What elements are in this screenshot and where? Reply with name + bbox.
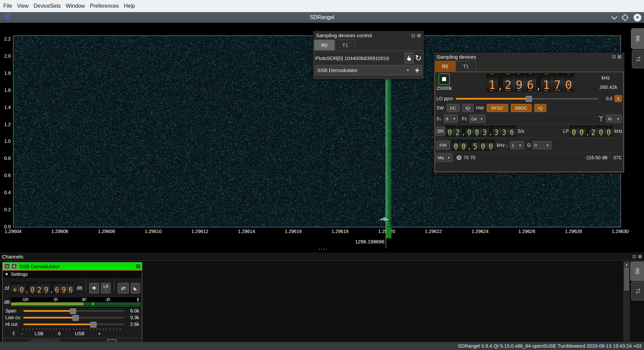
antenna-combo[interactable]: Al▼ [606,115,622,123]
change-device-button[interactable] [405,53,414,63]
close-panel-icon[interactable]: ⊠ [618,54,622,59]
lo-ppm-label: LO ppm [436,96,456,101]
channel-select-combo[interactable]: SSB Demodulator▼ [315,65,412,75]
channel-close-icon[interactable]: ⊠ [136,264,141,269]
hi-cut-slider[interactable] [23,324,124,325]
ssb-demodulator-window: c S SSB Demodulator ⊠ ▼ Settings Δf [2,262,142,342]
x-axis-label: 1.29624 [472,229,489,234]
sampling-devices-control-panel: Sampling devices control ⊡ ⊠ R0 T1 Pluto… [313,31,424,79]
iq-correction-button[interactable]: IQ [462,104,474,112]
x-axis-label: 1.29610 [145,229,162,234]
delta-frequency-dial[interactable]: +0,029,696 [11,282,74,294]
fc-label: Fc [462,116,467,121]
channels-tab-t1[interactable]: T1 [631,282,644,300]
tab-r0[interactable]: R0 [435,61,455,71]
deviceset-tab-r0[interactable]: R0 [631,28,644,49]
audio-binaural-button[interactable]: LR→ [101,283,111,293]
slope-icon: ◣ [133,286,137,291]
chevron-down-icon: ▼ [519,143,522,147]
start-stop-button[interactable] [438,73,450,85]
bbdc-button[interactable]: BBDC [511,104,532,112]
center-frequency-dial[interactable]: 1,296,170 [486,73,575,92]
channels-tab-r0[interactable]: R0 [630,261,644,281]
close-panel-icon[interactable]: ⊠ [638,254,642,259]
marker-dot-icon[interactable] [383,217,386,221]
float-icon[interactable]: ⊡ [412,33,416,38]
lo-ppm-slider[interactable] [456,98,599,100]
span-slider[interactable] [23,310,124,312]
float-icon[interactable]: ⊡ [612,54,616,59]
low-cut-slider[interactable] [23,317,124,318]
menu-preferences[interactable]: Preferences [90,3,119,9]
fir-arrow: ↓ [505,143,508,148]
lo-ppm-clear-button[interactable]: X [614,95,622,102]
tab-t1[interactable]: T1 [455,61,476,71]
db-unit-label: dB [76,285,82,291]
tab-t1[interactable]: T1 [335,40,356,50]
decimation-label: S↓ [436,116,442,121]
menu-window[interactable]: Window [66,3,85,9]
x-axis-label: 1.29606 [51,229,68,234]
device-name: PlutoSDR[0] 104400b839910016 [315,55,405,61]
menu-help[interactable]: Help [124,3,135,9]
scroll-up-icon[interactable]: ▲ [624,262,629,268]
maximize-icon[interactable] [622,14,629,21]
panel-title: Sampling devices control [316,33,372,38]
deviceset-tab-t1[interactable]: T1 [632,50,644,68]
delta-frequency-label: Δf [5,285,9,291]
filter-slope-button[interactable]: ◣ [131,283,140,293]
lo-ppm-value: 0.0 [600,96,612,101]
channels-scrollbar[interactable]: ▲ [624,261,630,341]
window-title: SDRangel [0,14,644,20]
fir-gain-combo[interactable]: 0▼ [533,141,551,149]
reload-device-button[interactable]: ↻ [415,54,422,62]
marker-left-arrow-icon[interactable]: ◂ [380,217,382,221]
hi-cut-slider-handle[interactable] [90,322,97,328]
scrollbar-thumb[interactable] [624,268,629,291]
menu-bar: File View DeviceSets Window Preferences … [0,0,644,12]
channels-dock-body: c S SSB Demodulator ⊠ ▼ Settings Δf [0,260,644,342]
close-panel-icon[interactable]: ⊠ [417,33,421,38]
channel-power: -116.50 dB [585,155,607,160]
channel-title-bar[interactable]: c S SSB Demodulator ⊠ [3,262,142,270]
low-cut-slider-handle[interactable] [72,315,79,321]
hw-iq-button[interactable]: IQ [534,104,546,112]
collapse-triangle-icon[interactable]: ▼ [5,272,9,277]
channel-color-button[interactable]: c [4,263,10,269]
lp-cutoff-dial[interactable]: 00,200 [570,126,613,136]
channel-stream-button[interactable]: S [11,263,17,269]
channel-marker-handle[interactable]: ◂ ▸ [380,216,394,222]
gain-mode-combo[interactable]: Ma▼ [436,153,452,162]
audio-mute-button[interactable] [89,283,99,293]
span-value: 6.0k [127,308,139,313]
screen: File View DeviceSets Window Preferences … [0,0,644,350]
dc-correction-button[interactable]: DC [447,104,460,112]
splitter-handle[interactable] [317,249,328,251]
status-text: SDRangel 5.9.4 Qt 5.15.0 x86_64 openSUSE… [458,343,641,349]
menu-devicesets[interactable]: DeviceSets [34,3,61,9]
fir-button[interactable]: FIR [436,141,450,150]
menu-file[interactable]: File [3,3,12,9]
marker-right-arrow-icon[interactable]: ▸ [387,217,389,221]
hi-cut-label: Hi cut [5,322,23,327]
fc-position-combo[interactable]: Ce▼ [469,115,485,123]
span-slider-handle[interactable] [70,308,76,314]
fir-cutoff-dial[interactable]: 00,500 [452,140,495,151]
sample-rate-mode-button[interactable]: SR [436,127,445,135]
minimize-icon[interactable] [611,13,617,19]
fir-interpolation-combo[interactable]: 1▼ [510,141,524,149]
decimation-combo[interactable]: 8▼ [444,115,458,123]
menu-view[interactable]: View [17,3,29,9]
y-axis-label: 0.8 [4,156,11,161]
tab-r0[interactable]: R0 [314,40,335,50]
close-icon[interactable]: × [634,14,641,21]
agc-button[interactable]: ⇄ [118,283,129,293]
channels-dock: Channels ⊡ ⊠ c S SSB Demodulator ⊠ ▼ [0,252,644,342]
x-axis-label: 1.29614 [238,229,255,234]
add-channel-button[interactable]: + [413,65,422,75]
sample-rate-dial[interactable]: 02,083,336 [446,126,516,136]
x-axis-label: 1.29626 [518,229,535,234]
rfdc-button[interactable]: RFDC [487,104,508,112]
lo-ppm-slider-handle[interactable] [526,96,532,102]
float-icon[interactable]: ⊡ [633,254,637,259]
